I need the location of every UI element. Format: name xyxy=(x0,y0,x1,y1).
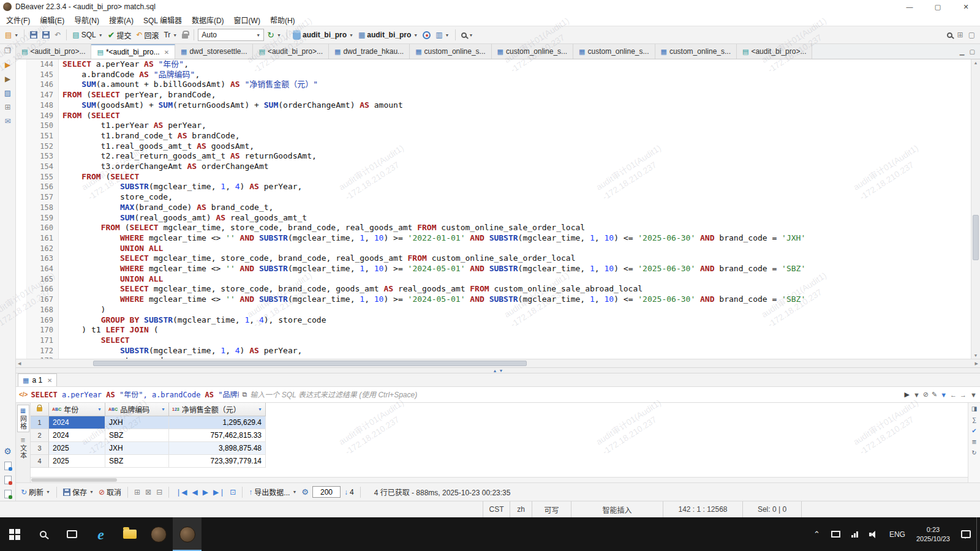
transaction-log-button[interactable]: Tr▼ xyxy=(162,29,179,40)
editor-vertical-scrollbar[interactable]: ▲ ▼ xyxy=(971,59,980,359)
save-result-button[interactable]: 保存▼ xyxy=(62,486,95,498)
scroll-down-icon[interactable]: ▼ xyxy=(971,353,980,358)
export-data-button[interactable]: ↑导出数据...▼ xyxy=(247,486,298,498)
execute-statement-icon[interactable]: ▶ xyxy=(5,61,10,69)
clock-button[interactable]: 0:232025/10/23 xyxy=(911,517,956,551)
prev-page-icon[interactable]: ◀ xyxy=(191,487,199,497)
navigator-button[interactable] xyxy=(421,30,432,40)
action-center-button[interactable] xyxy=(956,517,976,551)
filter-dropdown-icon[interactable]: ▼ xyxy=(913,391,920,399)
sort-dropdown-icon[interactable]: ▼ xyxy=(258,407,262,411)
editor-tab-5[interactable]: ▦custom_online_s... xyxy=(410,44,491,59)
autocommit-combo[interactable]: Auto▼ xyxy=(198,29,264,41)
editor-horizontal-scrollbar[interactable]: ◀ ▶ xyxy=(16,359,980,367)
editor-tab-1[interactable]: ▤*<audit_bi_pro...✕ xyxy=(91,44,175,59)
menu-item-5[interactable]: 数据库(D) xyxy=(187,13,229,26)
scrollbar-thumb[interactable] xyxy=(973,215,979,260)
menu-item-3[interactable]: 搜索(A) xyxy=(104,13,138,26)
expand-query-icon[interactable]: ⧉ xyxy=(242,391,247,399)
new-sql-editor-button[interactable]: ▤▼ xyxy=(3,29,20,40)
connection-selector[interactable]: audit_bi_pro▼ xyxy=(291,29,355,41)
first-page-icon[interactable]: ❘◀ xyxy=(174,487,188,497)
editor-tab-6[interactable]: ▦custom_online_s... xyxy=(492,44,573,59)
editor-tab-3[interactable]: ▤<audit_bi_pro>... xyxy=(253,44,328,59)
tray-network-button[interactable] xyxy=(846,517,864,551)
apply-filter-icon[interactable]: ▶ xyxy=(904,391,909,399)
minimize-window-icon[interactable]: — xyxy=(895,0,924,13)
close-results-icon[interactable]: ✕ xyxy=(47,377,52,384)
sort-dropdown-icon[interactable]: ▼ xyxy=(161,407,165,411)
minimize-editor-icon[interactable]: ▁ xyxy=(960,48,965,55)
cancel-result-button[interactable]: ⊘取消 xyxy=(97,486,123,498)
scroll-right-icon[interactable]: ▶ xyxy=(973,359,980,367)
editor-tab-0[interactable]: ▤<audit_bi_pro>... xyxy=(16,44,91,59)
mail-export-icon[interactable]: ✉ xyxy=(4,117,10,126)
column-header-0[interactable]: ABC年份▼ xyxy=(49,403,105,416)
close-tab-icon[interactable]: ✕ xyxy=(164,49,169,56)
settings-gear-icon[interactable]: ⚙ xyxy=(4,446,12,456)
menu-item-6[interactable]: 窗口(W) xyxy=(229,13,265,26)
refresh-schedule-button[interactable]: ↻▼ xyxy=(265,29,283,41)
grid-cell[interactable]: 3,898,875.48 xyxy=(169,442,266,455)
grid-cell[interactable]: JXH xyxy=(105,416,169,429)
grid-toggle-icon[interactable]: ⊞ xyxy=(4,103,10,111)
toolbar-search-button[interactable]: ▼ xyxy=(459,31,475,39)
lock-connection-button[interactable] xyxy=(180,30,190,40)
tray-expand-button[interactable]: ⌃ xyxy=(808,517,826,551)
maximize-editor-icon[interactable]: ▢ xyxy=(970,48,975,55)
fetch-all-icon[interactable]: ⊡ xyxy=(228,487,237,497)
apply-icon[interactable]: ✔ xyxy=(971,427,976,434)
show-desktop-button[interactable] xyxy=(976,517,980,551)
commit-button[interactable]: ✔提交 xyxy=(106,29,134,42)
fetch-next-button[interactable]: ↓4 xyxy=(343,487,355,497)
menu-item-0[interactable]: 文件(F) xyxy=(1,13,35,26)
grid-cell[interactable]: 723,397,779.14 xyxy=(169,455,266,468)
start-button[interactable] xyxy=(0,517,29,551)
grid-cell[interactable]: SBZ xyxy=(105,429,169,442)
history-back-icon[interactable]: ← xyxy=(950,391,957,399)
metadata-icon[interactable]: ≣ xyxy=(971,438,976,445)
execute-script-icon[interactable]: ▶ xyxy=(5,75,10,83)
grid-cell[interactable]: 2025 xyxy=(49,442,105,455)
scrollbar-thumb[interactable] xyxy=(93,361,527,366)
grid-cell[interactable]: 1,295,629.4 xyxy=(169,416,266,429)
rollback-button[interactable]: ↶回滚 xyxy=(134,29,160,42)
result-settings-button[interactable]: ⚙ xyxy=(300,487,310,497)
row-number[interactable]: 4 xyxy=(31,455,49,468)
grid-cell[interactable]: JXH xyxy=(105,442,169,455)
history-forward-icon[interactable]: → xyxy=(960,391,967,399)
result-query-text[interactable]: SELECT a.perYear AS "年份", a.brandCode AS… xyxy=(31,391,239,399)
editor-tab-2[interactable]: ▦dwd_storesettle... xyxy=(175,44,253,59)
history-dropdown-icon[interactable]: ▼ xyxy=(970,391,977,399)
input-language-button[interactable]: ENG xyxy=(884,517,911,551)
load-sql-file-icon[interactable] xyxy=(4,462,12,470)
editor-tab-4[interactable]: ▦dwd_trade_hkau... xyxy=(329,44,410,59)
grid-horizontal-scrollbar[interactable] xyxy=(31,477,968,482)
editor-tab-8[interactable]: ▦custom_online_s... xyxy=(655,44,737,59)
row-number[interactable]: 1 xyxy=(31,416,49,429)
refresh-panel-icon[interactable]: ↻ xyxy=(971,449,976,456)
schema-selector[interactable]: ▦audit_bi_pro▼ xyxy=(356,29,420,40)
aggregate-icon[interactable]: ∑ xyxy=(972,416,976,423)
explain-plan-icon[interactable]: ▨ xyxy=(4,89,11,97)
taskbar-search-button[interactable] xyxy=(29,517,58,551)
column-header-2[interactable]: 123净销售金额（元）▼ xyxy=(169,403,266,416)
grid-cell[interactable]: 757,462,815.33 xyxy=(169,429,266,442)
open-perspective-button[interactable]: ⊞ xyxy=(956,29,965,40)
grid-cell[interactable]: SBZ xyxy=(105,455,169,468)
save-sql-file-icon[interactable] xyxy=(4,490,12,498)
next-page-icon[interactable]: ▶ xyxy=(202,487,209,497)
editor-tab-9[interactable]: ▤<audit_bi_pro>... xyxy=(737,44,812,59)
editor-tab-7[interactable]: ▦custom_online_s... xyxy=(573,44,655,59)
quick-access-search-button[interactable] xyxy=(945,31,954,39)
grid-cell[interactable]: 2024 xyxy=(49,416,105,429)
clear-filter-icon[interactable]: ⊘ xyxy=(923,391,929,399)
row-number[interactable]: 3 xyxy=(31,442,49,455)
close-window-icon[interactable]: ✕ xyxy=(952,0,980,13)
tray-volume-button[interactable] xyxy=(864,517,884,551)
file-explorer-button[interactable] xyxy=(115,517,144,551)
view-tab-0[interactable]: ▦网格 xyxy=(17,405,29,432)
internet-explorer-button[interactable]: e xyxy=(86,517,115,551)
sql-dialect-selector[interactable]: ▤SQL▼ xyxy=(70,29,104,40)
fetch-size-input[interactable] xyxy=(312,486,341,498)
